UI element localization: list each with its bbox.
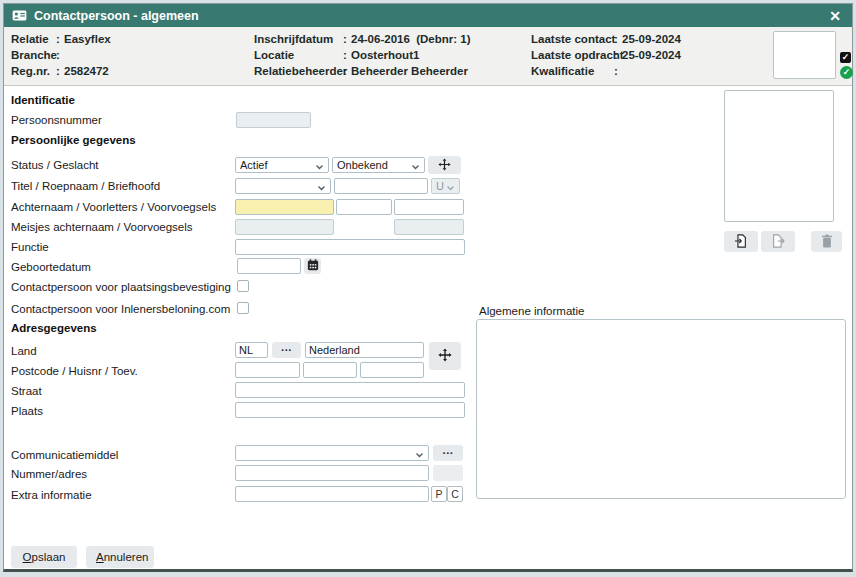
title-bar: Contactpersoon - algemeen ✕ xyxy=(4,4,852,27)
titel-select[interactable] xyxy=(235,178,331,194)
section-adresgegevens: Adresgegevens xyxy=(11,322,97,334)
geboortedatum-label: Geboortedatum xyxy=(11,261,91,273)
postcode-label: Postcode / Huisnr / Toev. xyxy=(11,365,138,377)
photo-export-button xyxy=(761,231,795,252)
communicatiemiddel-label: Communicatiemiddel xyxy=(11,449,118,461)
chevron-down-icon xyxy=(446,177,455,195)
functie-input[interactable] xyxy=(235,239,465,255)
move-status-button[interactable] xyxy=(428,156,461,174)
annuleren-button[interactable]: Annuleren xyxy=(86,546,154,568)
opslaan-button[interactable]: Opslaan xyxy=(11,546,77,568)
voorvoegsels-input[interactable] xyxy=(394,199,464,215)
straat-input[interactable] xyxy=(235,382,465,398)
photo-import-button[interactable] xyxy=(724,231,758,252)
persoonsnummer-label: Persoonsnummer xyxy=(11,114,102,126)
meisjes-voorvoegsels-input xyxy=(394,219,464,235)
nummer-adres-input[interactable] xyxy=(235,465,429,481)
toevoeging-input[interactable] xyxy=(360,362,424,378)
roepnaam-input[interactable] xyxy=(334,178,428,194)
calendar-button[interactable] xyxy=(304,258,321,274)
section-identificatie: Identificatie xyxy=(11,94,75,106)
inlenersbeloning-label: Contactpersoon voor Inlenersbeloning.com xyxy=(11,303,230,315)
land-lookup-button[interactable]: ··· xyxy=(272,342,301,358)
chevron-down-icon xyxy=(415,444,424,462)
export-icon xyxy=(771,238,785,250)
functie-label: Functie xyxy=(11,241,49,253)
header-photo-placeholder xyxy=(773,31,836,79)
persoonsnummer-input xyxy=(236,112,311,128)
plaatsingsbevestiging-label: Contactpersoon voor plaatsingsbevestigin… xyxy=(11,281,231,293)
geslacht-select[interactable]: Onbekend xyxy=(332,157,425,173)
voorletters-input[interactable] xyxy=(336,199,392,215)
plaats-label: Plaats xyxy=(11,405,43,417)
communicatiemiddel-select[interactable] xyxy=(235,445,429,461)
briefhoofd-select: U xyxy=(431,178,460,194)
nummer-adres-action-button xyxy=(433,465,463,481)
extra-informatie-input[interactable] xyxy=(235,486,429,502)
nummer-adres-label: Nummer/adres xyxy=(11,468,87,480)
achternaam-label: Achternaam / Voorletters / Voorvoegsels xyxy=(11,201,216,213)
plaats-input[interactable] xyxy=(235,402,465,418)
land-naam-input[interactable] xyxy=(305,342,424,358)
meisjesnaam-label: Meisjes achternaam / Voorvoegsels xyxy=(11,221,193,233)
import-icon xyxy=(734,238,748,250)
move-icon xyxy=(438,158,451,173)
photo-delete-button xyxy=(811,231,842,252)
move-adres-button[interactable] xyxy=(429,342,461,370)
achternaam-input[interactable] xyxy=(235,199,334,215)
trash-icon xyxy=(821,238,833,250)
section-persoonlijke-gegevens: Persoonlijke gegevens xyxy=(11,134,136,146)
land-label: Land xyxy=(11,345,37,357)
algemene-informatie-label: Algemene informatie xyxy=(479,305,584,317)
huisnr-input[interactable] xyxy=(303,362,357,378)
land-code-input[interactable] xyxy=(235,342,268,358)
straat-label: Straat xyxy=(11,385,42,397)
contact-card-icon xyxy=(12,10,27,21)
algemene-informatie-textarea[interactable] xyxy=(476,319,846,499)
p-button[interactable]: P xyxy=(431,486,447,502)
c-button[interactable]: C xyxy=(447,486,463,502)
chevron-down-icon xyxy=(317,177,326,195)
dialog-title: Contactpersoon - algemeen xyxy=(34,9,199,23)
contact-photo-placeholder xyxy=(724,90,834,222)
status-ok-icon: ✓ xyxy=(840,66,853,79)
move-icon xyxy=(438,348,452,364)
relation-header: Relatie : Easyflex Branche : Reg.nr. : 2… xyxy=(4,27,852,86)
communicatiemiddel-lookup-button[interactable]: ··· xyxy=(433,445,463,461)
titel-roepnaam-briefhoofd-label: Titel / Roepnaam / Briefhoofd xyxy=(11,180,160,192)
header-checkbox-checked[interactable]: ✓ xyxy=(840,52,851,63)
status-select[interactable]: Actief xyxy=(235,157,329,173)
extra-informatie-label: Extra informatie xyxy=(11,489,92,501)
close-icon[interactable]: ✕ xyxy=(826,7,844,25)
calendar-icon xyxy=(307,259,319,273)
chevron-down-icon xyxy=(411,156,420,174)
contactpersoon-dialog: Contactpersoon - algemeen ✕ Relatie : Ea… xyxy=(3,3,853,572)
geboortedatum-input[interactable] xyxy=(237,258,301,274)
inlenersbeloning-checkbox[interactable] xyxy=(237,302,249,314)
chevron-down-icon xyxy=(315,156,324,174)
status-geslacht-label: Status / Geslacht xyxy=(11,159,99,171)
meisjes-achternaam-input xyxy=(235,219,334,235)
plaatsingsbevestiging-checkbox[interactable] xyxy=(237,280,249,292)
postcode-input[interactable] xyxy=(235,362,300,378)
